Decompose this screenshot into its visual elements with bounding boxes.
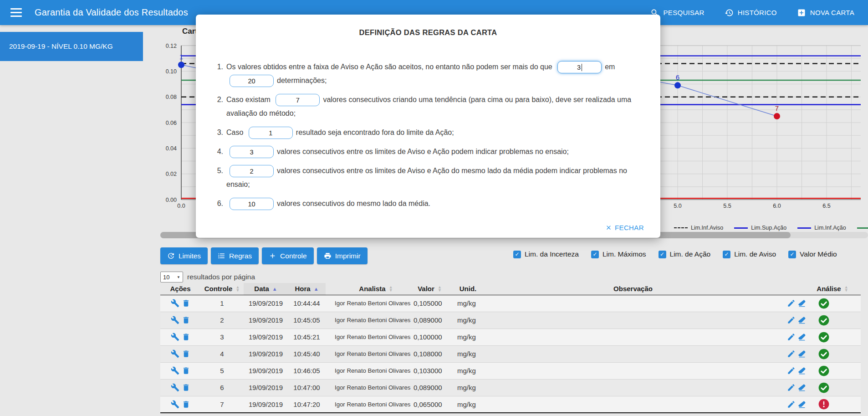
pencil-icon[interactable]: [787, 400, 796, 409]
column-header-label: Hora: [295, 285, 310, 293]
rule-value-input[interactable]: 20: [230, 75, 274, 87]
trash-icon[interactable]: [182, 383, 190, 392]
imprimir-button[interactable]: Imprimir: [317, 247, 368, 264]
rule-item-2: 2.Caso existam 7valores consecutivos cri…: [196, 93, 645, 120]
wrench-icon[interactable]: [171, 383, 179, 392]
checkbox-checked-icon[interactable]: ✓: [513, 251, 521, 258]
cell-controle: 7: [200, 396, 244, 413]
regras-button[interactable]: Regras: [211, 247, 259, 264]
legend-item: Lim.Sup.Ação: [734, 225, 786, 231]
cell-analise: [779, 379, 861, 396]
eraser-icon[interactable]: [797, 383, 806, 392]
page-size-select[interactable]: 10 ▼: [160, 272, 183, 282]
column-header-analista[interactable]: Analista▲▼: [326, 283, 411, 295]
sidebar-item-chart[interactable]: 2019-09-19 - NÍVEL 0.10 MG/KG: [0, 32, 143, 61]
chart-toolbar: LimitesRegrasControleImprimir: [160, 247, 368, 264]
cell-analise: [779, 345, 861, 362]
sort-icons: ▲▼: [235, 286, 240, 292]
pencil-icon[interactable]: [787, 349, 796, 358]
svg-text:0.08: 0.08: [166, 94, 177, 100]
limits-icon: [167, 252, 175, 260]
wrench-icon[interactable]: [171, 299, 179, 308]
trash-icon[interactable]: [182, 316, 190, 324]
trash-icon[interactable]: [182, 333, 190, 341]
toggle-lim-máximos[interactable]: ✓Lim. Máximos: [591, 250, 646, 258]
eraser-icon[interactable]: [797, 400, 806, 409]
eraser-icon[interactable]: [797, 299, 806, 308]
appbar-action-label: PESQUISAR: [664, 9, 705, 16]
cell-data: 19/09/2019: [244, 396, 288, 413]
column-header-analise[interactable]: Análise▲▼: [779, 283, 861, 295]
trash-icon[interactable]: [182, 400, 190, 409]
checkbox-checked-icon[interactable]: ✓: [659, 251, 666, 258]
cell-controle: 3: [200, 329, 244, 345]
legend-swatch-solid-green: [857, 227, 868, 229]
table-row: 119/09/201910:44:44Igor Renato Bertoni O…: [160, 295, 861, 312]
cell-analista: Igor Renato Bertoni Olivares: [326, 312, 411, 329]
pencil-icon[interactable]: [787, 366, 796, 375]
toggle-label: Lim. de Aviso: [734, 250, 776, 258]
column-header-label: Análise: [817, 285, 841, 293]
rule-value: 3: [250, 145, 253, 159]
wrench-icon[interactable]: [171, 333, 179, 341]
table-header-row: AçõesControle▲▼Data▲Hora▲Analista▲▼Valor…: [160, 283, 861, 295]
wrench-icon[interactable]: [171, 316, 179, 324]
eraser-icon[interactable]: [797, 316, 806, 324]
cell-unid: mg/kg: [449, 396, 487, 413]
cell-valor: 0,108000: [411, 345, 449, 362]
cell-analista: Igor Renato Bertoni Olivares: [326, 295, 411, 312]
column-header-acoes: Ações: [160, 283, 200, 295]
trash-icon[interactable]: [182, 349, 190, 358]
eraser-icon[interactable]: [797, 349, 806, 358]
wrench-icon[interactable]: [171, 349, 179, 358]
legend-label: Lim.Inf.Aviso: [691, 225, 723, 231]
cell-hora: 10:44:44: [288, 295, 326, 312]
rule-value-input[interactable]: 3: [557, 61, 602, 73]
column-header-label: Controle: [204, 285, 233, 293]
column-header-controle[interactable]: Controle▲▼: [200, 283, 244, 295]
toggle-valor-médio[interactable]: ✓Valor Médio: [788, 250, 837, 258]
button-label: Limites: [179, 252, 201, 260]
rule-value-input[interactable]: 2: [230, 165, 274, 177]
check-circle-icon: [818, 348, 830, 360]
rule-value-input[interactable]: 1: [249, 127, 293, 139]
hamburger-menu-icon[interactable]: [5, 4, 26, 22]
pencil-icon[interactable]: [787, 333, 796, 341]
controle-button[interactable]: Controle: [262, 247, 314, 264]
rule-value-input[interactable]: 10: [230, 198, 274, 210]
cell-hora: 10:46:05: [288, 362, 326, 379]
rule-value-input[interactable]: 7: [276, 94, 320, 106]
close-button[interactable]: FECHAR: [605, 224, 644, 231]
checkbox-checked-icon[interactable]: ✓: [591, 251, 599, 258]
trash-icon[interactable]: [182, 299, 190, 308]
sort-icons: ▲▼: [389, 286, 393, 292]
trash-icon[interactable]: [182, 366, 190, 375]
column-header-valor[interactable]: Valor▲▼: [411, 283, 449, 295]
appbar-action-histórico[interactable]: HISTÓRICO: [725, 8, 777, 17]
cell-analista: Igor Renato Bertoni Olivares: [326, 329, 411, 345]
toggle-lim-de-ação[interactable]: ✓Lim. de Ação: [659, 250, 711, 258]
column-header-hora[interactable]: Hora▲: [288, 283, 326, 295]
toggle-lim-de-aviso[interactable]: ✓Lim. de Aviso: [723, 250, 776, 258]
close-icon: [605, 224, 612, 231]
rule-value-input[interactable]: 3: [230, 146, 274, 158]
column-header-unid: Unid.: [449, 283, 487, 295]
rule-text: determinações;: [277, 77, 327, 84]
checkbox-checked-icon[interactable]: ✓: [788, 251, 796, 258]
pencil-icon[interactable]: [787, 316, 796, 324]
cell-valor: 0,065000: [411, 396, 449, 413]
rule-value: 3: [577, 61, 581, 74]
limites-button[interactable]: Limites: [160, 247, 208, 264]
cell-valor: 0,100000: [411, 329, 449, 345]
wrench-icon[interactable]: [171, 366, 179, 375]
chart-layer-toggles: ✓Lim. da Incerteza✓Lim. Máximos✓Lim. de …: [513, 250, 837, 258]
pencil-icon[interactable]: [787, 299, 796, 308]
eraser-icon[interactable]: [797, 333, 806, 341]
checkbox-checked-icon[interactable]: ✓: [723, 251, 730, 258]
pencil-icon[interactable]: [787, 383, 796, 392]
appbar-action-nova-carta[interactable]: NOVA CARTA: [797, 8, 854, 17]
column-header-data[interactable]: Data▲: [244, 283, 288, 295]
toggle-lim-da-incerteza[interactable]: ✓Lim. da Incerteza: [513, 250, 579, 258]
eraser-icon[interactable]: [797, 366, 806, 375]
wrench-icon[interactable]: [171, 400, 179, 409]
